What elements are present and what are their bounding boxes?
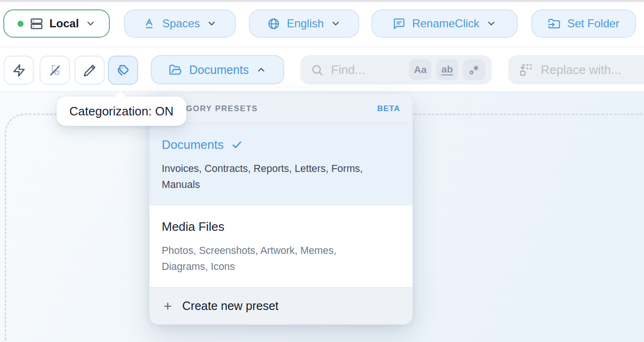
auto-process-button[interactable] [4, 56, 34, 85]
regex-toggle[interactable] [463, 59, 485, 80]
globe-icon [267, 17, 280, 30]
categorization-toggle-button[interactable] [108, 56, 138, 85]
categorization-tooltip: Categorization: ON [57, 97, 186, 126]
find-options: Aa ab [409, 59, 485, 80]
find-input[interactable] [330, 62, 403, 78]
plus-icon: + [164, 299, 172, 313]
preset-item-documents[interactable]: Documents Invoices, Contracts, Reports, … [149, 123, 413, 205]
set-folder-button[interactable]: Set Folder [531, 9, 636, 38]
preset-description: Invoices, Contracts, Reports, Letters, F… [162, 161, 400, 193]
folder-open-icon [169, 63, 182, 76]
chevron-down-icon [85, 18, 96, 29]
zap-icon [12, 64, 26, 77]
rename-mode-label: RenameClick [412, 17, 479, 30]
whole-word-toggle[interactable]: ab [436, 59, 458, 80]
status-dot [17, 21, 24, 27]
tree-structure-toggle-button[interactable] [40, 56, 70, 85]
match-case-label: Aa [414, 64, 427, 75]
replace-input[interactable] [540, 62, 644, 78]
chevron-up-icon [256, 65, 266, 75]
pencil-icon [83, 64, 97, 77]
chevron-down-icon [206, 18, 217, 29]
local-source-label: Local [50, 17, 79, 30]
local-source-button[interactable]: Local [3, 9, 110, 38]
beta-badge: BETA [377, 104, 400, 114]
preset-item-media-files[interactable]: Media Files Photos, Screenshots, Artwork… [149, 205, 413, 287]
folder-input-icon [548, 17, 561, 30]
server-icon [30, 17, 43, 30]
panel-header: CATEGORY PRESETS BETA [149, 94, 413, 123]
create-new-preset-label: Create new preset [182, 299, 279, 313]
create-new-preset-button[interactable]: + Create new preset [149, 287, 413, 325]
window-top-strip [0, 0, 644, 2]
regex-icon [468, 64, 480, 76]
tooltip-text: Categorization: ON [69, 104, 173, 119]
preset-description: Photos, Screenshots, Artwork, Memes, Dia… [162, 243, 364, 275]
letter-a-underline-icon [143, 17, 156, 30]
category-preset-select[interactable]: Documents [151, 55, 284, 84]
whole-word-label: ab [441, 64, 453, 75]
match-case-toggle[interactable]: Aa [409, 59, 431, 80]
toolbar-separator [0, 47, 644, 47]
chevron-down-icon [330, 18, 341, 29]
edit-button[interactable] [74, 56, 105, 85]
preset-title: Media Files [162, 220, 224, 234]
rename-mode-button[interactable]: RenameClick [372, 9, 518, 38]
app-window: Local Spaces English RenameClick [0, 0, 644, 342]
category-presets-panel: CATEGORY PRESETS BETA Documents Invoices… [149, 94, 413, 325]
language-label: English [287, 17, 324, 30]
category-preset-selected-label: Documents [189, 63, 248, 77]
set-folder-label: Set Folder [567, 17, 619, 30]
check-icon [231, 139, 243, 151]
message-square-icon [393, 17, 405, 30]
chevron-down-icon [486, 18, 496, 29]
find-field[interactable]: Aa ab [300, 55, 492, 84]
search-icon [311, 64, 323, 76]
replace-icon [520, 64, 532, 76]
spaces-label: Spaces [162, 17, 200, 30]
language-button[interactable]: English [249, 9, 359, 38]
tags-icon [116, 64, 130, 77]
spaces-button[interactable]: Spaces [124, 9, 236, 38]
replace-field[interactable] [508, 55, 644, 84]
tree-structure-off-icon [48, 64, 62, 77]
preset-title: Documents [162, 138, 224, 152]
